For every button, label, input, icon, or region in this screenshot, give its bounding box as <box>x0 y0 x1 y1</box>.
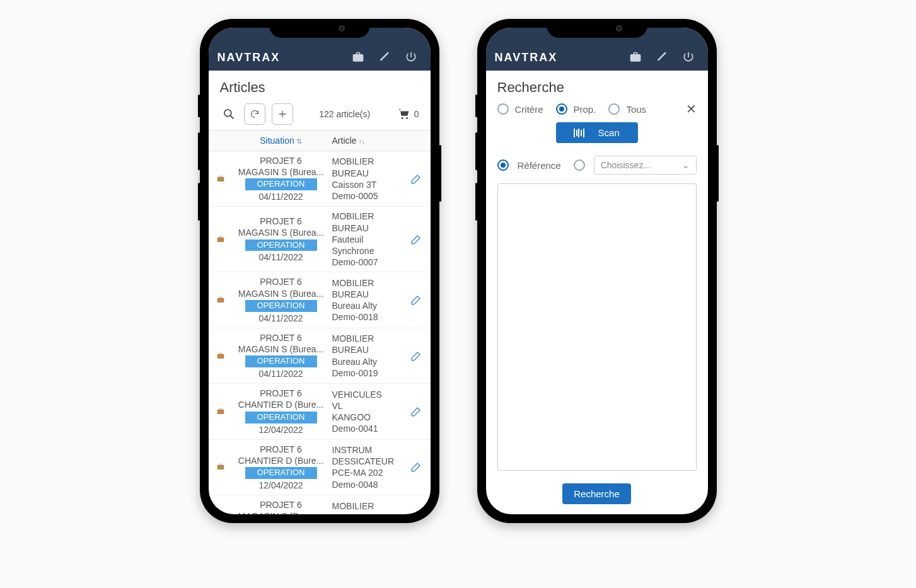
briefcase-icon <box>211 234 230 245</box>
situation-cell: PROJET 6MAGASIN S (Burea...OPERATION04/1… <box>233 155 330 202</box>
wand-icon[interactable] <box>374 47 395 68</box>
power-icon[interactable] <box>678 47 699 68</box>
label-reference[interactable]: Référence <box>518 160 561 171</box>
search-mode-row: Critère Prop. Tous ✕ <box>486 101 708 117</box>
reference-select[interactable]: Choisissez... ⌄ <box>594 156 697 175</box>
status-badge: OPERATION <box>245 355 317 367</box>
situation-cell: PROJET 6MAGASIN S (Burea...OPERATION04/1… <box>233 216 330 263</box>
radio-critere[interactable] <box>497 103 509 115</box>
radio-tous[interactable] <box>608 103 620 115</box>
article-cell: MOBILIERBUREAUBureau AltyDemo-0019 <box>332 333 404 379</box>
article-cell: VEHICULESVLKANGOODemo-0041 <box>332 389 404 435</box>
status-badge: OPERATION <box>245 412 317 424</box>
status-badge: OPERATION <box>245 467 317 479</box>
cart-button[interactable]: 0 <box>397 107 419 121</box>
header-article[interactable]: Article↑↓ <box>328 130 431 151</box>
app-header: NAVTRAX <box>486 28 708 71</box>
edit-icon[interactable] <box>407 350 426 362</box>
status-badge: OPERATION <box>245 178 317 190</box>
table-row[interactable]: PROJET 6CHANTIER D (Bure...OPERATION12/0… <box>209 384 431 439</box>
status-badge: OPERATION <box>245 300 317 312</box>
refresh-button[interactable] <box>244 103 265 125</box>
briefcase-icon <box>211 351 230 361</box>
reference-row: Référence Choisissez... ⌄ <box>486 148 708 180</box>
table-row[interactable]: PROJET 6MAGASIN S (Burea...OPERATION04/1… <box>209 272 431 328</box>
article-list: PROJET 6MAGASIN S (Burea...OPERATION04/1… <box>209 151 431 514</box>
search-submit-button[interactable]: Recherche <box>562 483 631 504</box>
results-box <box>497 183 697 471</box>
article-cell: MOBILIERBUREAUFauteuil SynchroneDemo-000… <box>332 210 404 268</box>
brand-logo: NAVTRAX <box>217 51 342 64</box>
table-row[interactable]: PROJET 6MAGASIN S (Burea...OPERATION04/1… <box>209 207 431 272</box>
status-badge: OPERATION <box>245 239 317 251</box>
briefcase-icon <box>211 406 230 417</box>
edit-icon[interactable] <box>407 461 426 473</box>
radio-prop[interactable] <box>556 103 567 115</box>
close-icon[interactable]: ✕ <box>686 101 697 117</box>
power-icon[interactable] <box>400 47 422 68</box>
table-row[interactable]: PROJET 6MAGASIN S (Burea...OPERATION04/1… <box>209 328 431 384</box>
edit-icon[interactable] <box>407 294 426 306</box>
svg-rect-0 <box>380 52 389 61</box>
page-title: Articles <box>209 71 431 101</box>
situation-cell: PROJET 6CHANTIER D (Bure...OPERATION12/0… <box>233 444 330 491</box>
edit-icon[interactable] <box>407 406 426 417</box>
page-title: Recherche <box>486 71 708 101</box>
briefcase-icon <box>211 295 230 305</box>
search-icon[interactable] <box>220 105 238 123</box>
edit-icon[interactable] <box>407 173 426 185</box>
article-cell: MOBILIERBUREAUBureau AltyDemo-0018 <box>332 500 404 514</box>
label-tous[interactable]: Tous <box>626 104 646 115</box>
briefcase-icon <box>211 174 230 184</box>
table-row[interactable]: PROJET 6CHANTIER D (Bure...OPERATION12/0… <box>209 440 431 495</box>
scan-label: Scan <box>598 127 620 138</box>
briefcase-icon[interactable] <box>625 47 646 68</box>
svg-point-5 <box>401 117 403 119</box>
svg-rect-7 <box>657 52 666 61</box>
cart-count: 0 <box>414 109 419 119</box>
header-situation[interactable]: Situation⇅ <box>234 130 328 151</box>
briefcase-icon <box>211 462 230 472</box>
briefcase-icon[interactable] <box>347 47 369 68</box>
svg-point-6 <box>406 117 408 119</box>
radio-reference-alt[interactable] <box>574 159 585 171</box>
brand-logo: NAVTRAX <box>495 51 620 64</box>
chevron-down-icon: ⌄ <box>682 160 690 170</box>
svg-line-2 <box>230 116 233 119</box>
radio-reference[interactable] <box>497 159 509 171</box>
toolbar: 122 article(s) 0 <box>209 101 431 130</box>
situation-cell: PROJET 6MAGASIN S (Burea...OPERATION04/1… <box>233 499 330 514</box>
article-cell: MOBILIERBUREAUBureau AltyDemo-0018 <box>332 277 404 323</box>
situation-cell: PROJET 6MAGASIN S (Burea...OPERATION04/1… <box>233 276 330 323</box>
edit-icon[interactable] <box>407 234 426 245</box>
situation-cell: PROJET 6MAGASIN S (Burea...OPERATION04/1… <box>233 332 330 379</box>
select-placeholder: Choisissez... <box>601 160 651 170</box>
table-header: Situation⇅ Article↑↓ <box>209 130 431 151</box>
wand-icon[interactable] <box>651 47 673 68</box>
scan-button[interactable]: Scan <box>556 122 638 143</box>
add-button[interactable] <box>272 103 293 125</box>
article-cell: MOBILIERBUREAUCaisson 3TDemo-0005 <box>332 156 404 202</box>
label-prop[interactable]: Prop. <box>574 104 596 115</box>
svg-point-1 <box>224 110 231 117</box>
barcode-icon <box>574 129 584 137</box>
situation-cell: PROJET 6CHANTIER D (Bure...OPERATION12/0… <box>233 388 330 435</box>
label-critere[interactable]: Critère <box>515 104 543 115</box>
app-header: NAVTRAX <box>209 28 431 71</box>
table-row[interactable]: PROJET 6MAGASIN S (Burea...OPERATION04/1… <box>209 151 431 207</box>
article-count: 122 article(s) <box>299 109 390 119</box>
article-cell: INSTRUMDESSICATEURPCE-MA 202Demo-0048 <box>332 444 404 490</box>
table-row[interactable]: PROJET 6MAGASIN S (Burea...OPERATION04/1… <box>209 495 431 514</box>
